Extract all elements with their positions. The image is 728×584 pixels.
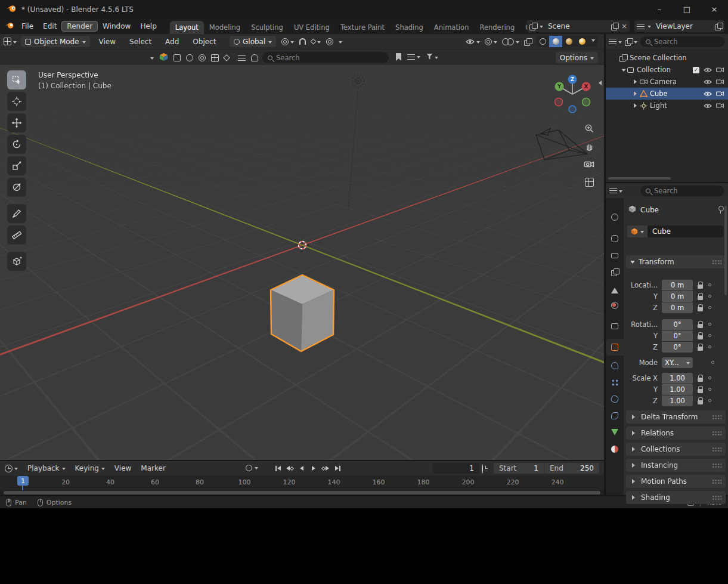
timeline-editor-type-button[interactable] <box>5 465 18 472</box>
panel-grip[interactable] <box>712 495 721 500</box>
tab-scene[interactable] <box>606 281 624 296</box>
mode-dropdown[interactable]: Object Mode <box>21 36 90 47</box>
next-keyframe-button[interactable] <box>320 463 332 474</box>
frame-end-field[interactable]: End 250 <box>544 463 599 474</box>
pan-hand-button[interactable] <box>582 139 596 153</box>
outliner-editor-type-button[interactable] <box>609 38 622 45</box>
lock-icon[interactable] <box>698 307 703 311</box>
expand-chevron[interactable] <box>634 91 639 96</box>
tool-scale[interactable] <box>7 156 26 175</box>
shading-solid-button[interactable] <box>549 36 562 47</box>
tab-physics[interactable] <box>606 391 624 407</box>
lock-icon[interactable] <box>698 296 703 300</box>
outliner-search-input[interactable] <box>654 38 720 46</box>
orientation-dropdown[interactable]: Global <box>230 36 276 47</box>
options-button[interactable]: Options <box>556 52 598 63</box>
hide-eye-icon[interactable] <box>704 79 712 85</box>
tool-select-box[interactable] <box>7 70 26 89</box>
panel-grip[interactable] <box>712 431 721 436</box>
animate-decorator[interactable] <box>708 388 711 391</box>
menu-window[interactable]: Window <box>98 21 135 32</box>
view-layer-name[interactable]: ViewLayer <box>654 22 712 30</box>
gizmo-x-negative[interactable] <box>555 98 563 106</box>
panel-collections[interactable]: Collections <box>626 443 726 456</box>
tab-material[interactable] <box>606 441 624 457</box>
filter-speaker-icon[interactable] <box>251 54 258 61</box>
panel-shading[interactable]: Shading <box>626 491 726 504</box>
playhead[interactable]: 1 <box>17 476 29 486</box>
proportional-editing-toggle[interactable] <box>326 38 333 45</box>
list-display-icon[interactable] <box>407 54 415 61</box>
blender-app-menu-icon[interactable] <box>5 21 14 31</box>
animate-decorator[interactable] <box>708 376 711 379</box>
panel-grip[interactable] <box>712 447 721 452</box>
snap-toggle[interactable] <box>299 38 306 45</box>
render-visibility-icon[interactable] <box>716 67 724 73</box>
menu-file[interactable]: File <box>17 21 38 32</box>
shading-material-button[interactable] <box>562 36 575 47</box>
properties-search-input[interactable] <box>654 187 719 195</box>
lock-icon[interactable] <box>698 378 703 382</box>
cursor-3d[interactable] <box>295 238 309 252</box>
proportional-falloff-dropdown[interactable] <box>339 41 342 45</box>
outliner-row-collection[interactable]: Collection ✓ <box>606 64 728 76</box>
view-layer-icon[interactable] <box>637 24 645 30</box>
panel-grip[interactable] <box>712 415 721 420</box>
play-reverse-button[interactable] <box>296 463 308 474</box>
tab-object[interactable] <box>606 339 624 356</box>
editor-type-button[interactable] <box>4 38 17 45</box>
sidebar-toggle-chevron[interactable] <box>596 81 602 85</box>
menu-add[interactable]: Add <box>160 36 184 47</box>
animate-decorator[interactable] <box>708 283 711 286</box>
menu-render[interactable]: Render <box>61 21 98 32</box>
gizmo-y-negative[interactable] <box>583 98 590 106</box>
rotation-mode-dropdown[interactable]: XY... <box>662 357 693 368</box>
location-z-field[interactable]: 0 m <box>662 302 693 313</box>
menu-keying[interactable]: Keying <box>75 464 105 472</box>
outliner-scrollbar[interactable] <box>608 177 671 180</box>
gizmo-z-negative[interactable] <box>569 106 576 113</box>
browse-scene-icon[interactable] <box>529 23 537 30</box>
object-name-field[interactable]: Cube <box>648 225 723 237</box>
panel-motion-paths[interactable]: Motion Paths <box>626 475 726 488</box>
gizmos-dropdown[interactable] <box>485 38 497 45</box>
timeline-ruler[interactable]: 20 40 60 80 100 120 140 160 180 200 220 … <box>0 475 604 490</box>
cube-object[interactable] <box>269 274 335 352</box>
play-button[interactable] <box>308 463 320 474</box>
tab-collection[interactable] <box>606 319 624 334</box>
animate-decorator[interactable] <box>708 345 711 348</box>
panel-delta-transform[interactable]: Delta Transform <box>626 410 726 424</box>
tool-measure[interactable] <box>7 225 26 245</box>
shading-rendered-button[interactable] <box>575 36 588 47</box>
menu-edit[interactable]: Edit <box>38 21 61 32</box>
location-y-field[interactable]: 0 m <box>662 291 693 302</box>
filter-empty-icon[interactable] <box>223 54 230 61</box>
breadcrumb-label[interactable]: Cube <box>640 206 659 214</box>
panel-grip[interactable] <box>712 479 721 484</box>
properties-scrollbar[interactable] <box>724 206 727 295</box>
tab-tool[interactable] <box>606 209 624 225</box>
tab-modifiers[interactable] <box>606 358 624 373</box>
animate-decorator[interactable] <box>708 323 711 326</box>
panel-relations[interactable]: Relations <box>626 427 726 440</box>
view-layer-dropdown-caret[interactable] <box>648 26 651 30</box>
overlays-dropdown[interactable] <box>502 38 519 45</box>
visibility-dropdown[interactable] <box>466 38 480 45</box>
animate-decorator[interactable] <box>708 334 711 337</box>
prev-keyframe-button[interactable] <box>284 463 296 474</box>
tab-texture-paint[interactable]: Texture Paint <box>335 21 390 34</box>
viewport-3d[interactable]: User Perspective (1) Collection | Cube <box>0 65 604 460</box>
tool-cursor[interactable] <box>7 92 26 111</box>
scene-dropdown-caret[interactable] <box>540 26 543 30</box>
rotation-x-field[interactable]: 0° <box>662 319 693 330</box>
frame-start-field[interactable]: Start 1 <box>494 463 544 474</box>
menu-playback[interactable]: Playback <box>27 464 66 472</box>
tool-rotate[interactable] <box>7 135 26 154</box>
hide-eye-icon[interactable] <box>704 67 712 73</box>
maximize-button[interactable]: □ <box>673 0 701 18</box>
panel-grip[interactable] <box>712 259 721 265</box>
scale-y-field[interactable]: 1.00 <box>662 384 693 395</box>
lock-icon[interactable] <box>698 389 703 393</box>
timeline-scrollbar[interactable] <box>0 490 604 495</box>
lock-icon[interactable] <box>698 324 703 328</box>
